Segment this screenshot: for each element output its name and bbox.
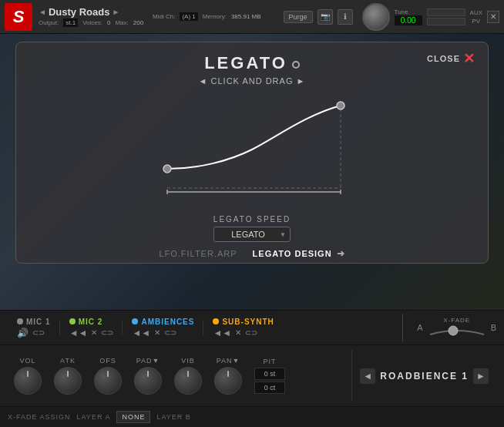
midi-label: Midi Ch: xyxy=(153,13,175,20)
info-icon[interactable]: ℹ xyxy=(338,9,353,25)
nav-next-btn[interactable]: ► xyxy=(112,8,119,16)
vol-knob[interactable] xyxy=(14,367,42,395)
tune-display: 0.00 xyxy=(395,15,422,25)
layer-a-option[interactable]: LAYER A xyxy=(77,413,111,421)
top-right-controls: Purge 📷 ℹ Tune 0.00 AUX PV ✕ xyxy=(284,3,499,31)
b-label: B xyxy=(491,323,496,332)
speed-select-wrapper[interactable]: LEGATO ▼ xyxy=(213,227,291,242)
voices-value: 0 xyxy=(107,19,110,26)
close-window-btn[interactable]: ✕ xyxy=(487,11,499,23)
amb-speaker-icon[interactable]: ◄◄ xyxy=(132,328,150,338)
pv-label: PV xyxy=(472,18,480,25)
camera-icon[interactable]: 📷 xyxy=(318,9,333,25)
right-panel: ◄ ROADBIENCE 1 ► xyxy=(351,350,496,402)
pan-label: PAN▼ xyxy=(217,357,240,365)
xfade-slider[interactable] xyxy=(426,324,488,339)
mic1-controls: 🔊 ⊂⊃ xyxy=(17,328,45,338)
mic2-mute-icon[interactable]: ✕ xyxy=(91,328,97,337)
curve-area[interactable] xyxy=(121,92,383,207)
mic1-link-icon[interactable]: ⊂⊃ xyxy=(32,328,45,337)
sub-speaker-icon[interactable]: ◄◄ xyxy=(213,328,231,338)
legato-modal: CLOSE ✕ LEGATO ◄ CLICK AND DRAG ► xyxy=(15,42,489,264)
amb-mute-icon[interactable]: ✕ xyxy=(154,328,160,337)
instrument-title: Dusty Roads xyxy=(49,6,109,18)
logo: S xyxy=(5,3,32,31)
output-value: st.1 xyxy=(63,18,78,27)
amb-link-icon[interactable]: ⊂⊃ xyxy=(164,328,176,337)
aux-label: AUX xyxy=(470,9,482,16)
mic1-item: MIC 1 🔊 ⊂⊃ xyxy=(8,318,60,338)
mic1-dot xyxy=(17,318,23,324)
xfade-assign-row: X-FADE ASSIGN LAYER A NONE LAYER B xyxy=(0,407,504,427)
vib-knob-item: VIB xyxy=(168,357,208,395)
pit-display: 0 st 0 ct xyxy=(254,368,285,394)
purge-button[interactable]: Purge xyxy=(284,11,313,23)
pitch-display-ct: 0 ct xyxy=(254,382,285,394)
subsynth-dot xyxy=(213,318,219,324)
svg-point-6 xyxy=(337,102,344,109)
max-label: Max: xyxy=(115,19,128,26)
preset-name: ROADBIENCE 1 xyxy=(380,371,469,382)
pit-label: PIT xyxy=(263,358,276,365)
close-x-icon: ✕ xyxy=(463,50,475,67)
drag-label: ◄ CLICK AND DRAG ► xyxy=(199,76,306,86)
lfo-filter-arp-tab[interactable]: LFO.FILTER.ARP xyxy=(159,249,237,258)
pan-knob-item: PAN▼ xyxy=(208,357,248,395)
level-meter-2 xyxy=(427,18,465,25)
memory-label: Memory: xyxy=(203,13,227,20)
sub-mute-icon[interactable]: ✕ xyxy=(235,328,241,337)
speed-select[interactable]: LEGATO xyxy=(213,227,291,242)
speed-label: LEGATO SPEED xyxy=(213,215,291,224)
sub-link-icon[interactable]: ⊂⊃ xyxy=(245,328,257,337)
master-knob[interactable] xyxy=(362,3,390,31)
vib-knob[interactable] xyxy=(174,367,202,395)
output-label: Output: xyxy=(39,19,59,26)
close-button[interactable]: CLOSE ✕ xyxy=(427,50,475,67)
atk-label: ATK xyxy=(60,357,76,365)
xfade-track-svg xyxy=(426,324,488,339)
layer-b-option[interactable]: LAYER B xyxy=(156,413,190,421)
main-content: CLOSE ✕ LEGATO ◄ CLICK AND DRAG ► xyxy=(0,34,504,310)
ofs-knob[interactable] xyxy=(94,367,122,395)
svg-point-5 xyxy=(163,165,171,173)
mic1-speaker-icon[interactable]: 🔊 xyxy=(17,328,29,338)
midi-value: (A) 1 xyxy=(180,12,197,21)
mic1-label: MIC 1 xyxy=(26,318,51,326)
tune-label: Tune xyxy=(395,8,408,15)
pad-knob-item: PAD▼ xyxy=(128,357,168,395)
preset-nav: ◄ ROADBIENCE 1 ► xyxy=(360,368,489,384)
subsynth-item: SUB-SYNTH ◄◄ ✕ ⊂⊃ xyxy=(203,318,283,338)
pad-knob[interactable] xyxy=(134,367,162,395)
top-bar: S ◄ Dusty Roads ► Output: st.1 Voices: 0… xyxy=(0,0,504,34)
mic2-dot xyxy=(69,318,76,324)
logo-letter: S xyxy=(13,7,25,27)
pan-knob[interactable] xyxy=(214,367,242,395)
legato-design-tab[interactable]: LEGATO DESIGN ➜ xyxy=(253,248,345,259)
mic2-item: MIC 2 ◄◄ ✕ ⊂⊃ xyxy=(60,318,123,338)
mic2-speaker-icon[interactable]: ◄◄ xyxy=(69,328,88,338)
none-option[interactable]: NONE xyxy=(116,411,150,423)
ofs-label: OFS xyxy=(99,357,116,365)
legato-curve-svg xyxy=(121,92,383,207)
atk-knob[interactable] xyxy=(54,367,82,395)
close-label: CLOSE xyxy=(427,54,460,63)
ambiences-label: AMBIENCES xyxy=(141,318,194,326)
preset-next-btn[interactable]: ► xyxy=(473,368,489,384)
xfade-label: X-FADE xyxy=(443,317,470,324)
modal-circle-icon xyxy=(292,61,300,69)
pitch-display-st: 0 st xyxy=(254,368,285,380)
mic-row: MIC 1 🔊 ⊂⊃ MIC 2 ◄◄ ✕ ⊂⊃ AMBIENCES xyxy=(0,310,504,345)
mic2-link-icon[interactable]: ⊂⊃ xyxy=(101,328,113,337)
nav-prev-btn[interactable]: ◄ xyxy=(39,8,46,16)
subsynth-controls: ◄◄ ✕ ⊂⊃ xyxy=(213,328,257,338)
vol-label: VOL xyxy=(19,357,35,365)
voices-label: Voices: xyxy=(82,19,102,26)
pit-knob-item: PIT 0 st 0 ct xyxy=(248,358,291,394)
modal-title: LEGATO xyxy=(204,53,287,73)
ambiences-controls: ◄◄ ✕ ⊂⊃ xyxy=(132,328,176,338)
mic2-label: MIC 2 xyxy=(79,318,103,326)
max-value: 200 xyxy=(133,19,143,26)
memory-value: 385.91 MB xyxy=(231,13,261,20)
mic2-controls: ◄◄ ✕ ⊂⊃ xyxy=(69,328,114,338)
preset-prev-btn[interactable]: ◄ xyxy=(360,368,375,384)
